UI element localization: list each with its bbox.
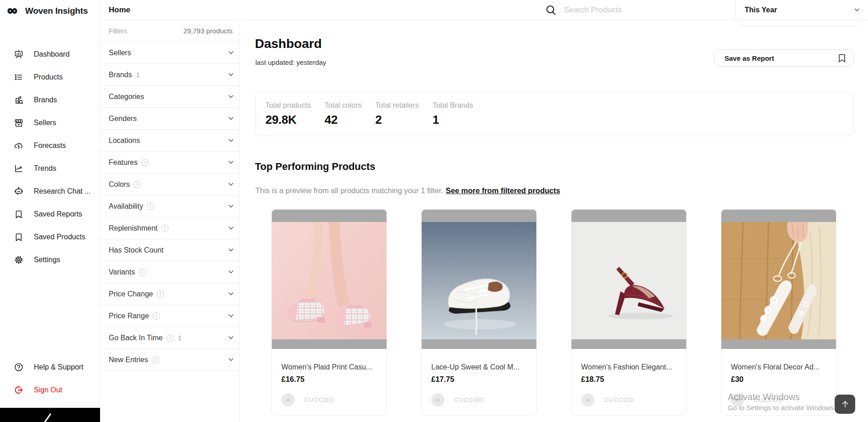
- bookmark-icon: [838, 54, 846, 63]
- period-dropdown-shadow: [739, 20, 859, 26]
- filter-label: Brands: [109, 71, 132, 79]
- brand-avatar: [431, 393, 445, 406]
- filter-row-price-change[interactable]: Price Change i: [100, 283, 239, 305]
- bookmark-icon: [13, 209, 24, 219]
- see-more-link[interactable]: See more from filtered products: [446, 186, 560, 195]
- stat-total-retailers: Total retailers 2: [376, 101, 419, 127]
- product-card[interactable]: Lace-Up Sweet & Cool M... £17.75 CUCCOO: [421, 209, 537, 416]
- chat-widget-logo: [42, 413, 52, 422]
- sidebar-item-label: Brands: [34, 96, 57, 104]
- sign-out-icon: [13, 385, 24, 395]
- sidebar-item-settings[interactable]: Settings: [0, 248, 100, 271]
- info-icon[interactable]: i: [133, 181, 141, 188]
- filter-label: Replenishment: [109, 224, 158, 232]
- filter-row-categories[interactable]: Categories: [100, 86, 239, 108]
- sidebar-item-trends[interactable]: Trends: [0, 157, 100, 180]
- chevron-down-icon: [228, 51, 233, 54]
- period-dropdown[interactable]: This Year: [735, 0, 868, 20]
- info-icon[interactable]: i: [166, 334, 174, 342]
- filter-label: Availability: [109, 202, 143, 211]
- image-letterbox: [422, 210, 536, 222]
- save-as-report-label: Save as Report: [725, 54, 774, 62]
- filter-row-replenishment[interactable]: Replenishment i: [100, 217, 239, 239]
- filter-row-new-entries[interactable]: New Entries i: [100, 349, 239, 371]
- sidebar-item-help-support[interactable]: Help & Support: [0, 356, 100, 379]
- sidebar-item-saved-products[interactable]: Saved Products: [0, 226, 100, 248]
- preview-text: This is a preview from all products matc…: [255, 186, 560, 195]
- save-as-report-button[interactable]: Save as Report: [714, 49, 854, 67]
- filter-row-sellers[interactable]: Sellers: [100, 42, 239, 64]
- brand-name: CUCCOO: [604, 396, 634, 403]
- image-letterbox: [721, 210, 836, 222]
- filter-row-has-stock-count[interactable]: Has Stock Count: [100, 239, 239, 261]
- sidebar-item-forecasts[interactable]: Forecasts: [0, 134, 100, 157]
- stat-total-products: Total products 29.8K: [265, 101, 311, 127]
- image-letterbox: [272, 339, 386, 349]
- arrow-up-icon: [841, 400, 849, 408]
- filter-row-variants[interactable]: Variants i: [100, 261, 239, 283]
- chevron-down-icon: [228, 95, 233, 98]
- preview-text-body: This is a preview from all products matc…: [255, 186, 443, 195]
- info-icon[interactable]: i: [152, 356, 159, 364]
- chevron-down-icon: [228, 314, 233, 317]
- product-card[interactable]: Women's Plaid Print Casu... £16.75 CUCCO…: [271, 209, 387, 416]
- stat-label: Total products: [265, 101, 311, 110]
- product-card[interactable]: Women's Floral Decor Ad... £30 CUCCOO: [721, 209, 836, 416]
- filter-row-features[interactable]: Features i: [100, 152, 239, 174]
- product-name: Lace-Up Sweet & Cool M...: [431, 363, 527, 371]
- brand-name: CUCCOO: [304, 396, 334, 403]
- stat-value: 42: [325, 113, 362, 127]
- product-name: Women's Floral Decor Ad...: [731, 363, 827, 371]
- sidebar-item-dashboard[interactable]: Dashboard: [0, 43, 100, 66]
- image-letterbox: [272, 210, 386, 222]
- image-letterbox: [572, 339, 686, 349]
- filter-row-brands[interactable]: Brands 1: [100, 64, 239, 86]
- filter-row-availability[interactable]: Availability i: [100, 195, 239, 217]
- sidebar-item-sign-out[interactable]: Sign Out: [0, 379, 100, 401]
- image-letterbox: [572, 210, 686, 222]
- search-input[interactable]: [564, 3, 729, 17]
- section-title: Top Performing Products: [255, 161, 376, 173]
- chat-widget[interactable]: [0, 408, 100, 422]
- main-content: Dashboard last updated: yesterday Save a…: [240, 20, 868, 422]
- filter-row-price-range[interactable]: Price Range i: [100, 305, 239, 327]
- info-icon[interactable]: i: [141, 159, 148, 166]
- filter-row-locations[interactable]: Locations: [100, 130, 239, 152]
- app-logo[interactable]: Woven Insights: [6, 5, 88, 17]
- sidebar-item-research-chat[interactable]: Research Chat ...: [0, 180, 100, 203]
- filter-row-go-back-in-time[interactable]: Go Back In Time i 1: [100, 327, 239, 349]
- sidebar-item-saved-reports[interactable]: Saved Reports: [0, 203, 100, 226]
- sidebar-item-products[interactable]: Products: [0, 66, 100, 89]
- product-card[interactable]: Women's Fashion Elegant... £18.75 CUCCOO: [571, 209, 687, 416]
- sidebar-item-sellers[interactable]: Sellers: [0, 111, 100, 134]
- info-icon[interactable]: i: [157, 290, 164, 298]
- bookmark-icon: [13, 232, 24, 242]
- sidebar-item-label: Dashboard: [34, 50, 69, 58]
- filter-row-genders[interactable]: Genders: [100, 108, 239, 130]
- scroll-to-top-button[interactable]: [835, 395, 855, 414]
- chevron-down-icon: [854, 8, 860, 12]
- filter-label: Price Range: [109, 312, 149, 320]
- sidebar-footer: Help & Support Sign Out: [0, 356, 100, 401]
- product-price: £16.75: [281, 375, 377, 384]
- info-icon[interactable]: i: [139, 269, 146, 276]
- filters-product-count: 29,793 products: [183, 27, 233, 35]
- sidebar-item-label: Saved Reports: [34, 210, 82, 218]
- info-icon[interactable]: i: [153, 312, 160, 320]
- product-image: [721, 210, 836, 349]
- chevron-down-icon: [228, 183, 233, 186]
- image-letterbox: [422, 339, 536, 349]
- sidebar-item-label: Sign Out: [34, 386, 62, 394]
- info-icon[interactable]: i: [161, 225, 169, 232]
- sidebar-item-label: Research Chat ...: [34, 187, 91, 195]
- sidebar-item-brands[interactable]: Brands: [0, 89, 100, 111]
- product-photo-burgundy-heel: [572, 222, 686, 339]
- product-photo-white-laceup: [422, 222, 536, 339]
- breadcrumb: Home: [109, 5, 130, 15]
- filter-label: Colors: [109, 180, 130, 189]
- info-icon[interactable]: i: [147, 203, 154, 210]
- product-card-body: Women's Fashion Elegant... £18.75 CUCCOO: [572, 349, 686, 406]
- search-icon[interactable]: [545, 4, 557, 16]
- filter-label: Has Stock Count: [109, 246, 164, 254]
- filter-row-colors[interactable]: Colors i: [100, 174, 239, 195]
